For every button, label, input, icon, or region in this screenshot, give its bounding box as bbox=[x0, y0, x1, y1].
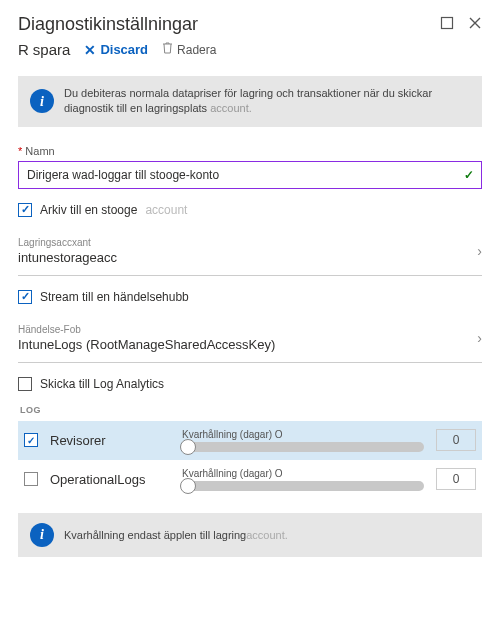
discard-x-icon: ✕ bbox=[84, 42, 96, 58]
chevron-right-icon: › bbox=[477, 243, 482, 259]
storage-value: intunestorageacc bbox=[18, 250, 117, 265]
retention-slider[interactable] bbox=[182, 442, 424, 452]
footer-text: Kvarhållning endast äpplen till lagring bbox=[64, 529, 246, 541]
retention-label: Kvarhållning (dagar) O bbox=[182, 429, 424, 440]
save-label: spara bbox=[33, 41, 71, 58]
storage-label: Lagringsaccxant bbox=[18, 237, 117, 248]
archive-faded: account bbox=[145, 203, 187, 217]
storage-account-selector[interactable]: Lagringsaccxant intunestorageacc › bbox=[18, 231, 482, 276]
info-faded: account. bbox=[210, 102, 252, 114]
archive-label: Arkiv till en stooge bbox=[40, 203, 137, 217]
event-hub-selector[interactable]: Händelse-Fob IntuneLogs (RootManageShare… bbox=[18, 318, 482, 363]
log-checkbox-revisorer[interactable] bbox=[24, 433, 38, 447]
analytics-label: Skicka till Log Analytics bbox=[40, 377, 164, 391]
retention-info-box: i Kvarhållning endast äpplen till lagrin… bbox=[18, 513, 482, 557]
discard-button[interactable]: ✕ Discard bbox=[84, 42, 148, 58]
log-row: OperationalLogs Kvarhållning (dagar) O 0 bbox=[18, 460, 482, 499]
page-title: Diagnostikinställningar bbox=[18, 14, 198, 35]
delete-button[interactable]: Radera bbox=[162, 42, 216, 57]
stream-checkbox[interactable] bbox=[18, 290, 32, 304]
log-checkbox-operational[interactable] bbox=[24, 472, 38, 486]
archive-checkbox[interactable] bbox=[18, 203, 32, 217]
hub-value: IntuneLogs (RootManageSharedAccessKey) bbox=[18, 337, 275, 352]
valid-check-icon: ✓ bbox=[464, 168, 474, 182]
restore-icon[interactable] bbox=[440, 16, 454, 33]
retention-slider[interactable] bbox=[182, 481, 424, 491]
name-label: Namn bbox=[18, 145, 482, 157]
retention-value[interactable]: 0 bbox=[436, 468, 476, 490]
save-prefix: R bbox=[18, 41, 29, 58]
log-name: OperationalLogs bbox=[50, 472, 170, 487]
discard-label: Discard bbox=[100, 42, 148, 57]
save-button[interactable]: R spara bbox=[18, 41, 70, 58]
analytics-checkbox[interactable] bbox=[18, 377, 32, 391]
footer-faded: account. bbox=[246, 529, 288, 541]
svg-rect-0 bbox=[442, 18, 453, 29]
log-row: Revisorer Kvarhållning (dagar) O 0 bbox=[18, 421, 482, 460]
close-icon[interactable] bbox=[468, 16, 482, 33]
pricing-info-box: i Du debiteras normala datapriser för la… bbox=[18, 76, 482, 127]
trash-icon bbox=[162, 42, 173, 57]
stream-label: Stream till en händelsehubb bbox=[40, 290, 189, 304]
name-input[interactable] bbox=[18, 161, 482, 189]
hub-label: Händelse-Fob bbox=[18, 324, 275, 335]
info-icon: i bbox=[30, 523, 54, 547]
log-header: LOG bbox=[20, 405, 482, 415]
log-name: Revisorer bbox=[50, 433, 170, 448]
retention-label: Kvarhållning (dagar) O bbox=[182, 468, 424, 479]
delete-label: Radera bbox=[177, 43, 216, 57]
retention-value[interactable]: 0 bbox=[436, 429, 476, 451]
info-icon: i bbox=[30, 89, 54, 113]
chevron-right-icon: › bbox=[477, 330, 482, 346]
